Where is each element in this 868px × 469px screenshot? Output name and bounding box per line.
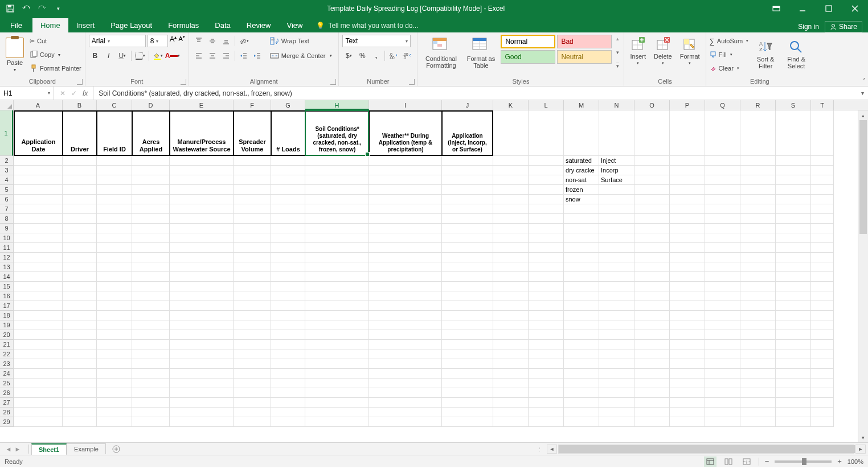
- cell-O12[interactable]: [634, 253, 670, 262]
- cell-D15[interactable]: [132, 282, 170, 291]
- cell-T26[interactable]: [811, 388, 834, 398]
- cell-I27[interactable]: [369, 398, 442, 408]
- cell-L3[interactable]: [529, 166, 564, 175]
- cell-F13[interactable]: [234, 262, 271, 272]
- zoom-thumb[interactable]: [802, 458, 806, 465]
- cell-R21[interactable]: [740, 340, 776, 349]
- cell-S27[interactable]: [776, 398, 811, 408]
- cell-P3[interactable]: [670, 166, 705, 175]
- cell-F18[interactable]: [234, 311, 271, 320]
- row-header-9[interactable]: 9: [0, 224, 13, 233]
- cell-G2[interactable]: [271, 156, 305, 166]
- cell-N22[interactable]: [599, 349, 634, 359]
- clipboard-dialog-icon[interactable]: [77, 79, 83, 85]
- alignment-dialog-icon[interactable]: [330, 79, 336, 85]
- cancel-formula-icon[interactable]: ✕: [60, 89, 65, 97]
- cell-N14[interactable]: [599, 272, 634, 282]
- cell-I26[interactable]: [369, 388, 442, 398]
- cell-D26[interactable]: [132, 388, 170, 398]
- cell-J29[interactable]: [442, 417, 493, 427]
- cell-G29[interactable]: [271, 417, 305, 427]
- align-right-icon[interactable]: [220, 50, 232, 62]
- cell-H21[interactable]: [305, 340, 369, 349]
- cell-O10[interactable]: [634, 233, 670, 243]
- cell-J21[interactable]: [442, 340, 493, 349]
- cell-J3[interactable]: [442, 166, 493, 175]
- cell-G28[interactable]: [271, 408, 305, 417]
- cell-C6[interactable]: [97, 195, 132, 204]
- cell-H11[interactable]: [305, 243, 369, 253]
- cell-Q3[interactable]: [705, 166, 740, 175]
- cell-B29[interactable]: [63, 417, 97, 427]
- cell-K10[interactable]: [493, 233, 529, 243]
- cell-E28[interactable]: [170, 408, 234, 417]
- tab-nav-prev-icon[interactable]: ◄: [5, 446, 13, 452]
- font-dialog-icon[interactable]: [181, 79, 186, 85]
- cell-Q15[interactable]: [705, 282, 740, 291]
- cell-B15[interactable]: [63, 282, 97, 291]
- cell-R26[interactable]: [740, 388, 776, 398]
- row-header-27[interactable]: 27: [0, 398, 13, 408]
- cell-G6[interactable]: [271, 195, 305, 204]
- grid[interactable]: Application DateDriverField IDAcres Appl…: [14, 110, 868, 442]
- cell-I11[interactable]: [369, 243, 442, 253]
- cell-M20[interactable]: [564, 330, 599, 340]
- cell-G3[interactable]: [271, 166, 305, 175]
- cell-D6[interactable]: [132, 195, 170, 204]
- comma-format-icon[interactable]: ,: [370, 50, 382, 62]
- cell-N7[interactable]: [599, 204, 634, 214]
- enter-formula-icon[interactable]: ✓: [71, 89, 77, 97]
- cell-I13[interactable]: [369, 262, 442, 272]
- cell-A14[interactable]: [14, 272, 63, 282]
- cell-D5[interactable]: [132, 185, 170, 195]
- increase-decimal-icon[interactable]: .0.00: [387, 50, 400, 62]
- cell-T12[interactable]: [811, 253, 834, 262]
- cell-T2[interactable]: [811, 156, 834, 166]
- cell-P26[interactable]: [670, 388, 705, 398]
- row-header-6[interactable]: 6: [0, 195, 13, 204]
- tab-view[interactable]: View: [279, 18, 310, 32]
- cell-F12[interactable]: [234, 253, 271, 262]
- cell-C26[interactable]: [97, 388, 132, 398]
- cell-J27[interactable]: [442, 398, 493, 408]
- cell-Q24[interactable]: [705, 369, 740, 379]
- cell-T4[interactable]: [811, 175, 834, 185]
- cell-F24[interactable]: [234, 369, 271, 379]
- cell-G9[interactable]: [271, 224, 305, 233]
- cell-Q26[interactable]: [705, 388, 740, 398]
- cell-H18[interactable]: [305, 311, 369, 320]
- cell-G14[interactable]: [271, 272, 305, 282]
- cell-C23[interactable]: [97, 359, 132, 369]
- cell-J6[interactable]: [442, 195, 493, 204]
- cell-S14[interactable]: [776, 272, 811, 282]
- cell-N23[interactable]: [599, 359, 634, 369]
- cell-M15[interactable]: [564, 282, 599, 291]
- cell-I6[interactable]: [369, 195, 442, 204]
- cell-S28[interactable]: [776, 408, 811, 417]
- cell-O3[interactable]: [634, 166, 670, 175]
- cell-S1[interactable]: [776, 110, 811, 156]
- cell-R12[interactable]: [740, 253, 776, 262]
- cell-Q7[interactable]: [705, 204, 740, 214]
- cell-K8[interactable]: [493, 214, 529, 224]
- cell-S25[interactable]: [776, 379, 811, 388]
- cell-H29[interactable]: [305, 417, 369, 427]
- cell-N10[interactable]: [599, 233, 634, 243]
- row-header-25[interactable]: 25: [0, 379, 13, 388]
- ribbon-display-icon[interactable]: [763, 0, 789, 17]
- cell-N18[interactable]: [599, 311, 634, 320]
- cell-E10[interactable]: [170, 233, 234, 243]
- cell-K5[interactable]: [493, 185, 529, 195]
- cell-R1[interactable]: [740, 110, 776, 156]
- cell-T7[interactable]: [811, 204, 834, 214]
- cell-R19[interactable]: [740, 320, 776, 330]
- tab-home[interactable]: Home: [32, 18, 68, 32]
- cell-H17[interactable]: [305, 301, 369, 311]
- cell-S26[interactable]: [776, 388, 811, 398]
- cell-C1[interactable]: Field ID: [97, 110, 132, 156]
- cell-D27[interactable]: [132, 398, 170, 408]
- cell-J22[interactable]: [442, 349, 493, 359]
- cell-S4[interactable]: [776, 175, 811, 185]
- cell-Q2[interactable]: [705, 156, 740, 166]
- cell-G27[interactable]: [271, 398, 305, 408]
